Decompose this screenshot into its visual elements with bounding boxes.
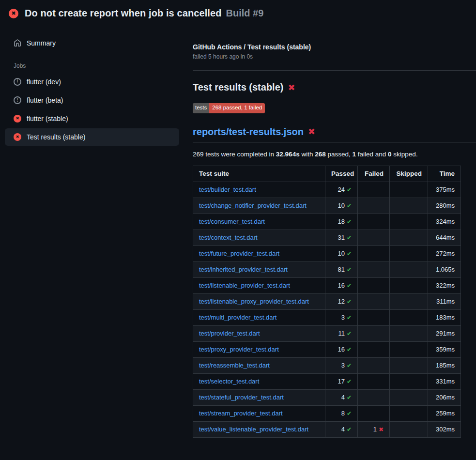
test-suite-link[interactable]: test/multi_provider_test.dart [199, 314, 276, 321]
table-row: test/change_notifier_provider_test.dart1… [193, 198, 461, 214]
check-icon: ✔ [347, 266, 352, 273]
sidebar-jobs-list: !flutter (dev)!flutter (beta)✖flutter (s… [0, 73, 184, 146]
passed-cell: 10✔ [325, 245, 358, 261]
failed-status-icon: ✖ [9, 9, 18, 18]
tests-badge: tests 268 passed, 1 failed [193, 103, 265, 113]
table-row: test/consumer_test.dart18✔324ms [193, 214, 461, 230]
suite-cell: test/inherited_provider_test.dart [193, 261, 325, 277]
table-row: test/value_listenable_provider_test.dart… [193, 421, 461, 437]
suite-cell: test/reassemble_test.dart [193, 357, 325, 373]
failed-cell: 1✖ [358, 421, 390, 437]
time-cell: 311ms [428, 293, 461, 309]
skipped-cell [390, 277, 428, 293]
cross-icon: ✖ [288, 83, 295, 92]
test-suite-link[interactable]: test/selector_test.dart [199, 378, 259, 385]
failed-cell [358, 341, 390, 357]
test-suite-link[interactable]: test/inherited_provider_test.dart [199, 266, 288, 273]
check-icon: ✔ [347, 346, 352, 353]
test-suite-link[interactable]: test/consumer_test.dart [199, 218, 265, 225]
check-icon: ✔ [347, 186, 352, 193]
sidebar-item-flutter-beta[interactable]: !flutter (beta) [5, 92, 179, 109]
skipped-cell [390, 309, 428, 325]
suite-cell: test/builder_test.dart [193, 182, 325, 198]
test-suite-link[interactable]: test/builder_test.dart [199, 186, 256, 193]
time-cell: 183ms [428, 309, 461, 325]
time-cell: 259ms [428, 405, 461, 421]
table-row: test/future_provider_test.dart10✔272ms [193, 245, 461, 261]
table-row: test/selector_test.dart17✔331ms [193, 373, 461, 389]
table-row: test/inherited_provider_test.dart81✔1.06… [193, 261, 461, 277]
test-suite-link[interactable]: test/stateful_provider_test.dart [199, 394, 284, 401]
passed-cell: 16✔ [325, 277, 358, 293]
check-icon: ✔ [347, 362, 352, 369]
passed-cell: 4✔ [325, 389, 358, 405]
sidebar-item-test-results-stable[interactable]: ✖Test results (stable) [5, 128, 179, 146]
test-suite-link[interactable]: test/context_test.dart [199, 234, 258, 241]
suite-cell: test/future_provider_test.dart [193, 245, 325, 261]
skipped-cell [390, 373, 428, 389]
test-suite-link[interactable]: test/reassemble_test.dart [199, 362, 270, 369]
report-file-link[interactable]: reports/test-results.json [193, 126, 304, 138]
failed-count: 1 [373, 426, 377, 433]
failed-cell [358, 214, 390, 230]
summary-label: Summary [27, 39, 56, 47]
suite-cell: test/multi_provider_test.dart [193, 309, 325, 325]
failed-cell [358, 373, 390, 389]
sidebar-item-flutter-stable[interactable]: ✖flutter (stable) [5, 110, 179, 127]
check-icon: ✔ [347, 426, 352, 433]
run-meta: failed 5 hours ago in 0s [193, 53, 476, 60]
sidebar-item-flutter-dev[interactable]: !flutter (dev) [5, 73, 179, 91]
test-suite-link[interactable]: test/value_listenable_provider_test.dart [199, 426, 308, 433]
suite-cell: test/selector_test.dart [193, 373, 325, 389]
failed-cell [358, 230, 390, 245]
check-icon: ✔ [347, 378, 352, 385]
passed-cell: 4✔ [325, 421, 358, 437]
cross-icon: ✖ [308, 127, 315, 136]
test-suite-link[interactable]: test/change_notifier_provider_test.dart [199, 202, 307, 209]
skipped-cell [390, 198, 428, 214]
table-row: test/context_test.dart31✔644ms [193, 230, 461, 245]
job-label: flutter (stable) [27, 115, 68, 123]
skipped-cell [390, 421, 428, 437]
passed-count: 18 [338, 218, 344, 225]
divider [193, 70, 476, 71]
passed-cell: 8✔ [325, 405, 358, 421]
test-suite-link[interactable]: test/provider_test.dart [199, 330, 260, 337]
table-row: test/provider_test.dart11✔291ms [193, 325, 461, 341]
test-suite-link[interactable]: test/stream_provider_test.dart [199, 410, 283, 417]
failed-cell [358, 277, 390, 293]
passed-count: 31 [338, 234, 344, 241]
passed-total: 268 [315, 151, 326, 158]
test-suite-link[interactable]: test/listenable_proxy_provider_test.dart [199, 298, 309, 305]
check-icon: ✔ [347, 394, 352, 401]
passed-cell: 81✔ [325, 261, 358, 277]
test-suite-link[interactable]: test/proxy_provider_test.dart [199, 346, 279, 353]
table-row: test/multi_provider_test.dart3✔183ms [193, 309, 461, 325]
report-heading: reports/test-results.json ✖ [193, 126, 476, 143]
passed-count: 12 [338, 298, 344, 305]
test-suite-link[interactable]: test/future_provider_test.dart [199, 250, 279, 257]
warning-icon: ! [14, 78, 21, 86]
sidebar-item-summary[interactable]: Summary [5, 34, 179, 52]
badge-label: tests [193, 103, 209, 113]
passed-count: 11 [338, 330, 345, 337]
passed-count: 3 [341, 362, 345, 369]
passed-cell: 3✔ [325, 357, 358, 373]
table-row: test/proxy_provider_test.dart16✔359ms [193, 341, 461, 357]
check-run-title-text: Test results (stable) [193, 82, 283, 93]
failed-cell [358, 325, 390, 341]
time-cell: 302ms [428, 421, 461, 437]
table-row: test/stateful_provider_test.dart4✔206ms [193, 389, 461, 405]
warning-icon: ! [14, 96, 21, 104]
failed-cell [358, 309, 390, 325]
col-skipped: Skipped [390, 166, 428, 182]
table-header-row: Test suite Passed Failed Skipped Time [193, 166, 461, 182]
skipped-cell [390, 341, 428, 357]
passed-count: 81 [338, 266, 344, 273]
x-glyph: ✖ [11, 11, 15, 16]
passed-count: 10 [338, 250, 344, 257]
time-cell: 359ms [428, 341, 461, 357]
home-icon [14, 39, 21, 47]
suite-cell: test/value_listenable_provider_test.dart [193, 421, 325, 437]
test-suite-link[interactable]: test/listenable_provider_test.dart [199, 282, 290, 289]
